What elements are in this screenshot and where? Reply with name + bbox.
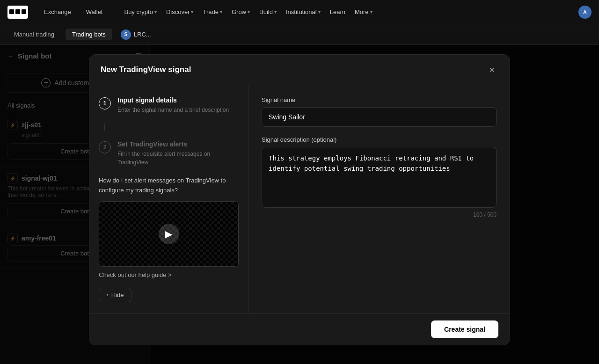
nav-items: Buy crypto ▾ Discover ▾ Trade ▾ Grow ▾ B… — [124, 8, 372, 15]
breadcrumb-user: S LRC... — [121, 29, 151, 40]
step-2-title: Set TradingView alerts — [117, 140, 239, 148]
chevron-down-icon: ▾ — [191, 9, 193, 15]
nav-right: A — [578, 6, 592, 19]
nav-more[interactable]: More ▾ — [355, 8, 373, 15]
signal-desc-label: Signal description (optional) — [262, 136, 497, 143]
svg-rect-2 — [22, 9, 26, 14]
modal-body: 1 Input signal details Enter the signal … — [89, 85, 510, 313]
nav-tabs: Exchange Wallet — [37, 6, 109, 18]
create-signal-button[interactable]: Create signal — [431, 320, 498, 338]
nav-institutional[interactable]: Institutional ▾ — [286, 8, 321, 15]
play-button[interactable]: ▶ — [159, 224, 179, 244]
nav-build[interactable]: Build ▾ — [259, 8, 277, 15]
modal-overlay: New TradingView signal × 1 Input signal … — [0, 45, 599, 364]
modal-close-button[interactable]: × — [485, 63, 498, 76]
avatar[interactable]: A — [578, 6, 592, 19]
breadcrumb-trading-bots[interactable]: Trading bots — [66, 29, 112, 40]
hide-button[interactable]: › Hide — [99, 288, 131, 302]
chevron-right-icon: › — [107, 292, 109, 298]
tab-exchange[interactable]: Exchange — [37, 6, 78, 18]
modal-left-panel: 1 Input signal details Enter the signal … — [89, 85, 248, 313]
nav-discover[interactable]: Discover ▾ — [166, 8, 194, 15]
step-2-block: 2 Set TradingView alerts Fill in the req… — [99, 140, 239, 167]
step-1-desc: Enter the signal name and a brief descri… — [117, 106, 229, 114]
top-navigation: Exchange Wallet Buy crypto ▾ Discover ▾ … — [0, 0, 599, 24]
main-area: ← Signal bot ⤢ ☰ + Add custom signal All… — [0, 45, 599, 364]
nav-grow[interactable]: Grow ▾ — [232, 8, 250, 15]
logo[interactable] — [7, 6, 28, 19]
step-2-desc: Fill in the requisite alert messages on … — [117, 150, 239, 167]
modal-title: New TradingView signal — [101, 65, 191, 74]
char-count: 100 / 500 — [262, 211, 497, 218]
help-section: How do I set alert messages on TradingVi… — [99, 176, 239, 278]
video-thumbnail[interactable]: ▶ — [99, 201, 239, 267]
signal-desc-textarea[interactable]: This strategy employs Fibonacci retracin… — [262, 147, 497, 208]
help-question: How do I set alert messages on TradingVi… — [99, 176, 239, 196]
signal-name-field: Signal name — [262, 96, 497, 127]
step-1-content: Input signal details Enter the signal na… — [117, 96, 229, 114]
signal-desc-field: Signal description (optional) This strat… — [262, 136, 497, 218]
modal-header: New TradingView signal × — [89, 55, 510, 85]
modal-footer: Create signal — [89, 313, 510, 345]
new-tradingview-signal-modal: New TradingView signal × 1 Input signal … — [89, 54, 510, 345]
chevron-down-icon: ▾ — [318, 9, 321, 15]
tab-wallet[interactable]: Wallet — [80, 6, 110, 18]
chevron-down-icon: ▾ — [154, 9, 157, 15]
nav-buy-crypto[interactable]: Buy crypto ▾ — [124, 8, 156, 15]
chevron-down-icon: ▾ — [248, 9, 250, 15]
nav-trade[interactable]: Trade ▾ — [203, 8, 222, 15]
breadcrumb-manual-trading[interactable]: Manual trading — [7, 29, 61, 40]
modal-right-panel: Signal name Signal description (optional… — [248, 85, 510, 313]
hide-bar: › Hide — [99, 288, 239, 302]
step-1-number: 1 — [99, 97, 111, 109]
nav-learn[interactable]: Learn — [330, 8, 345, 15]
chevron-down-icon: ▾ — [220, 9, 222, 15]
svg-rect-1 — [15, 9, 20, 14]
signal-name-input[interactable] — [262, 107, 497, 127]
step-2-content: Set TradingView alerts Fill in the requi… — [117, 140, 239, 167]
signal-name-label: Signal name — [262, 96, 497, 103]
step-2-number: 2 — [99, 141, 111, 153]
help-guide-link[interactable]: Check out our help guide > — [99, 271, 239, 278]
step-divider — [104, 124, 105, 131]
breadcrumb: Manual trading Trading bots S LRC... — [0, 24, 599, 45]
step-1-block: 1 Input signal details Enter the signal … — [99, 96, 239, 114]
avatar-small: S — [121, 29, 131, 40]
step-1-title: Input signal details — [117, 96, 229, 104]
chevron-down-icon: ▾ — [370, 9, 373, 15]
breadcrumb-username: LRC... — [134, 31, 151, 38]
svg-rect-0 — [9, 9, 14, 14]
chevron-down-icon: ▾ — [274, 9, 277, 15]
